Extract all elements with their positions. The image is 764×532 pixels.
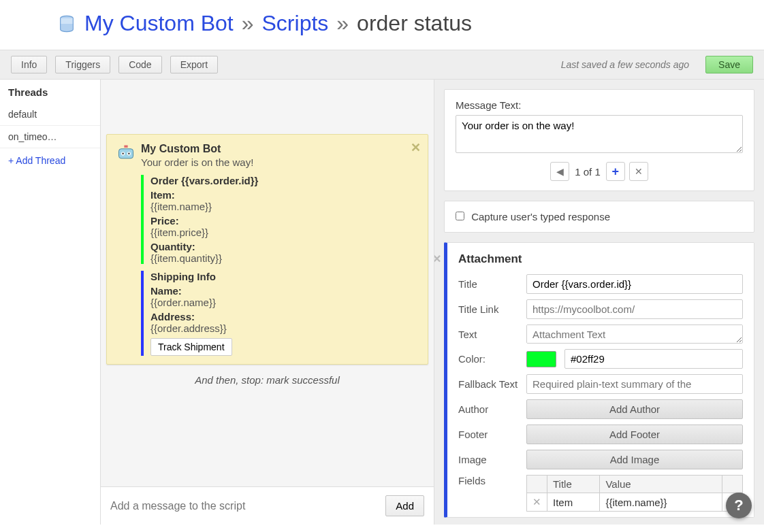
breadcrumb-sep: » (242, 11, 254, 36)
breadcrumb-current: order status (357, 11, 472, 36)
add-footer-button[interactable]: Add Footer (526, 425, 743, 444)
fields-row-title[interactable]: Item (547, 493, 600, 512)
message-text-panel: Message Text: Your order is on the way! … (444, 89, 754, 191)
svg-rect-6 (124, 146, 127, 148)
color-input[interactable] (564, 349, 743, 369)
then-stop-text: And then, stop: mark successful (101, 365, 434, 393)
capture-response-text: Capture user's typed response (471, 211, 610, 222)
bot-avatar-icon (116, 143, 136, 162)
threads-sidebar: Threads default on_timeo… + Add Thread (0, 80, 101, 525)
attachment-field-value: {{item.price}} (150, 227, 418, 238)
attachment-field-label: Name: (150, 285, 418, 297)
threads-title: Threads (0, 80, 100, 103)
fallback-label: Fallback Text (458, 378, 526, 390)
pager-delete-button[interactable]: ✕ (629, 162, 648, 181)
message-text-label: Message Text: (456, 99, 743, 111)
attachment-remove-icon[interactable]: ✕ (434, 252, 441, 265)
toolbar: Info Triggers Code Export Last saved a f… (0, 50, 764, 80)
attachment-preview: Shipping InfoName:{{order.name}}Address:… (141, 271, 418, 356)
attachment-heading: Attachment (458, 252, 743, 266)
pager-prev-button[interactable]: ◀ (550, 162, 569, 181)
capture-response-checkbox[interactable] (456, 212, 464, 220)
pager-add-button[interactable]: + (606, 162, 625, 181)
bot-message: Your order is on the way! (141, 156, 418, 168)
info-button[interactable]: Info (11, 56, 47, 73)
attachment-preview-title: Shipping Info (150, 271, 418, 282)
title-label: Title (458, 278, 526, 290)
database-icon (57, 14, 76, 33)
color-label: Color: (458, 353, 526, 365)
add-message-input[interactable] (110, 500, 385, 512)
attachment-field-value: {{order.name}} (150, 297, 418, 308)
text-label: Text (458, 329, 526, 340)
attachment-field-label: Price: (150, 215, 418, 227)
image-label: Image (458, 454, 526, 465)
attachment-field-value: {{order.address}} (150, 322, 418, 334)
title-link-input[interactable] (526, 299, 743, 319)
attachment-panel: ✕ Attachment Title Title Link Text Color… (444, 242, 754, 518)
capture-response-panel: Capture user's typed response (444, 201, 754, 233)
code-button[interactable]: Code (118, 56, 161, 73)
fields-th-title: Title (547, 476, 600, 493)
script-preview: ✕ My Custom Bot Your order is on the way… (101, 80, 434, 525)
export-button[interactable]: Export (170, 56, 218, 73)
fields-row-value[interactable]: {{item.name}} (600, 493, 722, 512)
fields-label: Fields (458, 475, 526, 486)
last-saved-text: Last saved a few seconds ago (561, 59, 689, 70)
svg-point-5 (128, 153, 129, 154)
title-link-label: Title Link (458, 303, 526, 315)
color-swatch[interactable] (526, 351, 556, 367)
attachment-preview: Order {{vars.order.id}}Item:{{item.name}… (141, 175, 418, 264)
triggers-button[interactable]: Triggers (55, 56, 110, 73)
svg-rect-1 (119, 149, 133, 159)
add-image-button[interactable]: Add Image (526, 450, 743, 469)
author-label: Author (458, 403, 526, 415)
breadcrumb: My Custom Bot » Scripts » order status (0, 0, 764, 50)
add-thread-button[interactable]: + Add Thread (0, 148, 100, 173)
attachment-field-label: Item: (150, 189, 418, 201)
attachment-field-label: Address: (150, 311, 418, 322)
fallback-input[interactable] (526, 374, 743, 394)
fields-table: Title Value ✕ Item {{item.name}} (526, 475, 743, 512)
thread-item[interactable]: default (0, 103, 100, 126)
bot-name: My Custom Bot (141, 143, 418, 155)
message-text-input[interactable]: Your order is on the way! (456, 115, 743, 153)
capture-response-label[interactable]: Capture user's typed response (456, 211, 610, 222)
help-button[interactable]: ? (726, 493, 752, 518)
add-message-button[interactable]: Add (385, 495, 424, 516)
svg-point-3 (122, 153, 123, 154)
fields-th-value: Value (600, 476, 722, 493)
attachment-action-button[interactable]: Track Shipment (150, 338, 232, 356)
footer-label: Footer (458, 429, 526, 440)
fields-row[interactable]: ✕ Item {{item.name}} (527, 493, 743, 512)
breadcrumb-root[interactable]: My Custom Bot (84, 11, 234, 36)
thread-item[interactable]: on_timeo… (0, 126, 100, 148)
pager-text: 1 of 1 (573, 166, 602, 178)
attachment-field-label: Quantity: (150, 241, 418, 252)
add-message-row: Add (101, 486, 434, 525)
save-button[interactable]: Save (705, 56, 753, 73)
attachment-field-value: {{item.name}} (150, 201, 418, 212)
title-input[interactable] (526, 274, 743, 294)
attachment-field-value: {{item.quantity}} (150, 252, 418, 264)
breadcrumb-section[interactable]: Scripts (262, 11, 329, 36)
add-author-button[interactable]: Add Author (526, 399, 743, 419)
breadcrumb-sep: » (336, 11, 349, 36)
message-card[interactable]: ✕ My Custom Bot Your order is on the way… (106, 134, 428, 365)
text-input[interactable] (526, 325, 743, 344)
attachment-preview-title: Order {{vars.order.id}} (150, 175, 418, 186)
drag-handle-icon[interactable]: ✕ (527, 493, 547, 512)
editor-panel: Message Text: Your order is on the way! … (434, 80, 764, 525)
close-icon[interactable]: ✕ (411, 140, 421, 155)
